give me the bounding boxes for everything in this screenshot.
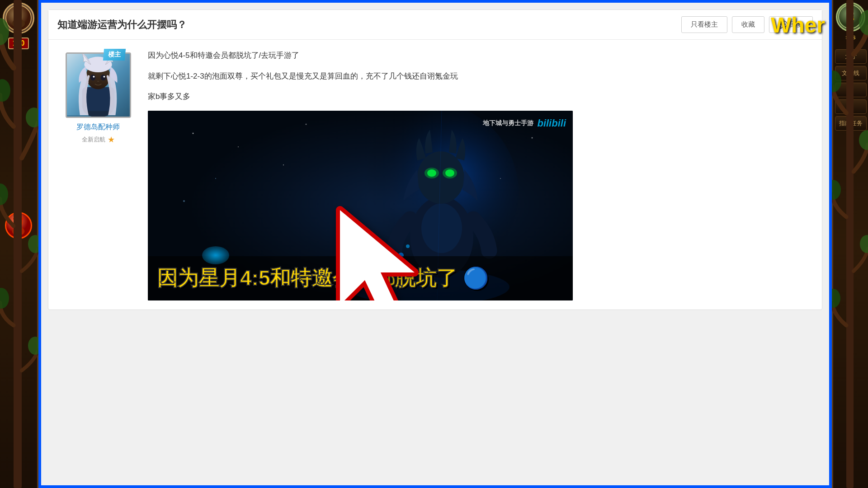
post-text-line3: 家b事多又多 xyxy=(148,90,813,104)
svg-point-53 xyxy=(425,168,439,178)
user-column: 楼主 xyxy=(57,49,139,300)
post-text-line1: 因为心悦4-5和特邀会员都脱坑了/去玩手游了 xyxy=(148,49,813,63)
main-content: 知道端游运营为什么开摆吗？ 只看楼主 收藏 💬 回复 楼主 xyxy=(41,3,829,485)
user-avatar xyxy=(66,52,131,118)
svg-point-32 xyxy=(90,75,95,80)
svg-point-54 xyxy=(443,168,457,178)
post-body: 楼主 xyxy=(48,40,822,310)
svg-point-38 xyxy=(193,132,194,134)
left-avatar xyxy=(5,212,32,239)
user-title: 全新启航 ★ xyxy=(82,135,115,145)
watermark-site-text: 地下城与勇士手游 xyxy=(483,119,533,127)
forum-post: 知道端游运营为什么开摆吗？ 只看楼主 收藏 💬 回复 楼主 xyxy=(48,9,822,310)
svg-point-39 xyxy=(238,146,239,147)
right-menu-item-lobby[interactable]: 大厅 xyxy=(835,49,867,64)
right-menu-item-guide[interactable]: 指南任务 xyxy=(835,116,867,131)
svs-badge: SVS xyxy=(845,35,855,40)
svg-text:SVS: SVS xyxy=(847,11,854,15)
svg-point-50 xyxy=(417,151,464,204)
left-sidebar: 110 xyxy=(0,0,38,488)
svg-text:5v5: 5v5 xyxy=(847,16,854,21)
video-glow-effect xyxy=(202,246,229,264)
svg-point-7 xyxy=(17,216,20,220)
louzhu-badge: 楼主 xyxy=(103,49,126,61)
only-op-button[interactable]: 只看楼主 xyxy=(681,16,727,33)
svg-point-43 xyxy=(283,164,284,165)
svg-point-5 xyxy=(12,226,24,235)
right-menu-item-defense[interactable]: 文防线 xyxy=(835,66,867,80)
user-title-text: 全新启航 xyxy=(82,136,105,144)
svg-point-44 xyxy=(532,137,533,138)
svg-point-45 xyxy=(500,178,501,179)
svg-point-35 xyxy=(103,76,105,78)
post-content: 因为心悦4-5和特邀会员都脱坑了/去玩手游了 就剩下心悦1-2-3的泡面双尊，买… xyxy=(148,49,813,300)
post-text-line2: 就剩下心悦1-2-3的泡面双尊，买个礼包又是慢充又是算回血的，充不了几个钱还自诩… xyxy=(148,70,813,84)
star-icon: ★ xyxy=(108,135,115,145)
svg-marker-59 xyxy=(340,210,415,300)
bilibili-logo: bilibili xyxy=(537,117,566,129)
right-sidebar: SVS 5v5 SVS 大厅 文防线 务 回 指南任务 xyxy=(832,0,868,488)
top-right-overlay-text: Wher xyxy=(771,13,825,38)
right-top-icon[interactable]: SVS 5v5 xyxy=(836,2,865,32)
right-menu-item-tasks[interactable]: 务 xyxy=(835,83,867,97)
post-header: 知道端游运营为什么开摆吗？ 只看楼主 收藏 💬 回复 xyxy=(48,10,822,40)
bilibili-watermark: 地下城与勇士手游 bilibili xyxy=(483,117,566,129)
svg-point-40 xyxy=(306,123,307,125)
svg-point-34 xyxy=(93,76,94,78)
right-menu-list: 大厅 文防线 务 回 指南任务 xyxy=(833,49,868,131)
svg-point-41 xyxy=(215,178,216,179)
level-badge: 110 xyxy=(8,38,29,49)
post-title: 知道端游运营为什么开摆吗？ xyxy=(57,18,187,32)
svg-point-33 xyxy=(100,75,106,80)
user-name[interactable]: 罗德岛配种师 xyxy=(76,122,120,132)
game-avatar-icon[interactable] xyxy=(3,2,34,34)
collect-button[interactable]: 收藏 xyxy=(732,16,764,33)
svg-point-42 xyxy=(183,200,185,202)
svg-point-2 xyxy=(12,19,25,28)
video-container[interactable]: 地下城与勇士手游 bilibili xyxy=(148,111,573,300)
right-menu-item-return[interactable]: 回 xyxy=(835,99,867,114)
